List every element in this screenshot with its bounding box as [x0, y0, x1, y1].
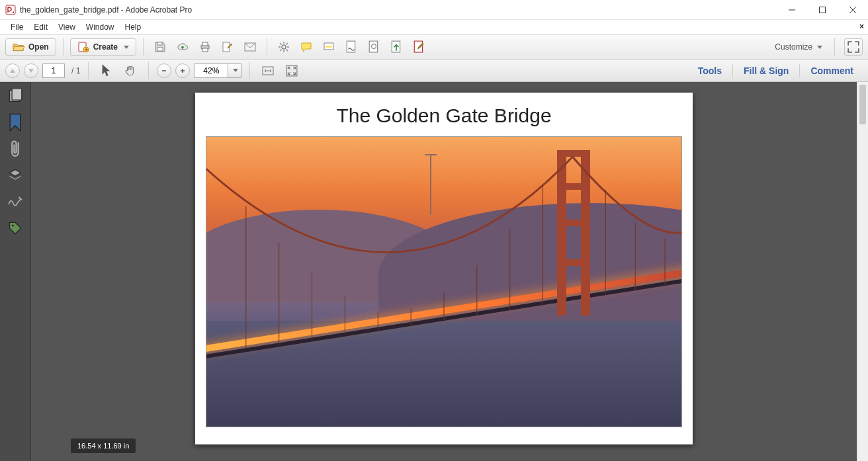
workspace: The Golden Gate Bridge — [0, 82, 868, 461]
page: The Golden Gate Bridge — [195, 93, 693, 444]
highlight-button[interactable] — [319, 38, 339, 56]
navbar-right-separator — [732, 64, 733, 77]
sign-doc-button[interactable] — [341, 38, 361, 56]
edit-pdf-button[interactable] — [409, 38, 429, 56]
print-icon — [199, 41, 211, 53]
document-heading: The Golden Gate Bridge — [336, 105, 551, 127]
bookmarks-panel-button[interactable] — [8, 115, 22, 130]
tools-link[interactable]: Tools — [698, 65, 722, 76]
export-page-icon — [390, 41, 402, 53]
attachments-panel-button[interactable] — [8, 142, 22, 156]
svg-rect-9 — [157, 42, 162, 45]
svg-rect-26 — [347, 41, 355, 52]
sign-page-icon — [345, 41, 357, 53]
sidebar — [0, 82, 31, 461]
close-button[interactable] — [838, 0, 868, 19]
open-button[interactable]: Open — [5, 38, 56, 56]
app-icon — [5, 5, 16, 15]
create-button[interactable]: ★ Create — [70, 38, 136, 56]
save-button[interactable] — [150, 38, 170, 56]
svg-text:★: ★ — [84, 48, 87, 52]
edit-doc-button[interactable] — [218, 38, 238, 56]
fit-page-button[interactable] — [282, 62, 302, 79]
stamp-doc-button[interactable] — [364, 38, 384, 56]
comment-link[interactable]: Comment — [810, 65, 853, 76]
email-icon — [244, 41, 256, 53]
hand-icon — [124, 65, 136, 77]
zoom-dropdown-button[interactable] — [228, 63, 241, 78]
tags-panel-button[interactable] — [8, 221, 22, 235]
navbar-separator — [148, 62, 149, 79]
stamp-page-icon — [368, 41, 380, 53]
toolbar-separator — [63, 38, 64, 56]
navbar: / 1 Tools Fill & Sign Comment — [0, 60, 868, 82]
page-size-tooltip: 16.54 x 11.69 in — [71, 439, 136, 453]
vertical-scrollbar[interactable] — [857, 82, 868, 461]
close-document-icon[interactable]: × — [859, 22, 864, 31]
menu-edit[interactable]: Edit — [28, 21, 53, 33]
reading-mode-button[interactable] — [844, 38, 863, 56]
open-label: Open — [28, 42, 49, 52]
create-pdf-icon: ★ — [77, 41, 89, 53]
customize-button[interactable]: Customize — [772, 42, 825, 52]
export-doc-button[interactable] — [386, 38, 406, 56]
zoom-input[interactable] — [194, 63, 228, 78]
toolbar: Open ★ Create Customize — [0, 34, 868, 60]
fill-sign-link[interactable]: Fill & Sign — [744, 65, 789, 76]
customize-caret-icon — [817, 46, 822, 49]
window-title: the_golden_gate_bridge.pdf - Adobe Acrob… — [20, 5, 192, 15]
signatures-panel-button[interactable] — [8, 194, 22, 209]
zoom-in-button[interactable] — [175, 63, 190, 78]
create-dropdown-caret-icon — [124, 46, 129, 49]
zoom-combo — [194, 63, 241, 78]
minimize-button[interactable] — [777, 0, 807, 19]
page-up-button[interactable] — [5, 63, 20, 78]
edit-pdf-icon — [413, 41, 425, 53]
menu-help[interactable]: Help — [120, 21, 147, 33]
comment-bubble-button[interactable] — [296, 38, 316, 56]
document-canvas[interactable]: The Golden Gate Bridge — [31, 82, 857, 461]
layers-panel-button[interactable] — [8, 168, 22, 183]
scrollbar-thumb[interactable] — [859, 85, 866, 124]
menu-view[interactable]: View — [53, 21, 81, 33]
menubar: File Edit View Window Help × — [0, 20, 868, 34]
svg-rect-25 — [326, 46, 332, 48]
fit-width-button[interactable] — [258, 62, 278, 79]
comment-bubble-icon — [300, 41, 312, 53]
svg-rect-12 — [202, 48, 208, 52]
zoom-caret-icon — [233, 69, 238, 72]
save-icon — [154, 41, 166, 53]
cloud-button[interactable] — [173, 38, 193, 56]
document-image — [206, 136, 682, 427]
hand-tool-button[interactable] — [120, 62, 140, 79]
menu-file[interactable]: File — [5, 21, 28, 33]
expand-icon — [847, 41, 859, 53]
select-tool-button[interactable] — [97, 62, 116, 79]
toolbar-separator — [834, 38, 835, 56]
settings-button[interactable] — [274, 38, 294, 56]
print-button[interactable] — [195, 38, 215, 56]
zoom-out-button[interactable] — [157, 63, 171, 78]
titlebar: the_golden_gate_bridge.pdf - Adobe Acrob… — [0, 0, 868, 20]
navbar-right-separator — [799, 64, 800, 77]
customize-label: Customize — [775, 42, 812, 52]
svg-point-38 — [12, 225, 14, 227]
toolbar-separator — [267, 38, 267, 56]
page-total-label: / 1 — [71, 66, 80, 75]
open-folder-icon — [13, 41, 24, 53]
navbar-separator — [88, 62, 89, 79]
fit-page-icon — [286, 65, 298, 77]
page-down-button[interactable] — [24, 63, 38, 78]
cloud-upload-icon — [177, 41, 189, 53]
svg-point-15 — [282, 45, 286, 49]
maximize-button[interactable] — [807, 0, 838, 19]
toolbar-separator — [143, 38, 144, 56]
email-button[interactable] — [240, 38, 260, 56]
fit-width-icon — [262, 65, 274, 77]
thumbnails-panel-button[interactable] — [8, 89, 22, 103]
menu-window[interactable]: Window — [81, 21, 120, 33]
window-controls — [777, 0, 868, 19]
page-number-input[interactable] — [42, 63, 65, 78]
select-cursor-icon — [101, 65, 112, 77]
svg-line-23 — [280, 50, 282, 52]
